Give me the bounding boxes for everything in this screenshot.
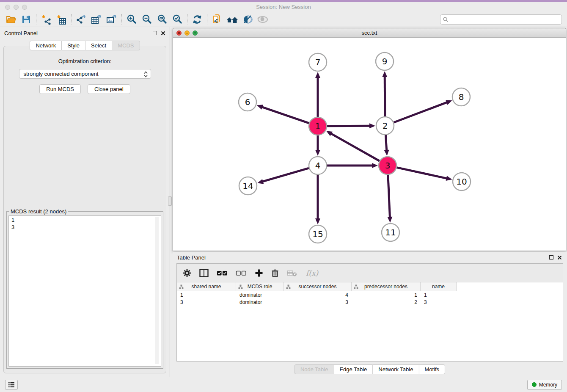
table-cell[interactable]: 1 bbox=[177, 292, 236, 298]
graph-edge-2-9[interactable] bbox=[385, 76, 385, 116]
graph-edge-4-14[interactable] bbox=[262, 168, 309, 182]
graph-edge-3-1[interactable] bbox=[330, 133, 379, 161]
graph-edge-3-11[interactable] bbox=[388, 175, 390, 218]
graph-node-label: 10 bbox=[456, 177, 467, 187]
show-panels-list-button[interactable] bbox=[5, 380, 18, 390]
tab-node-table[interactable]: Node Table bbox=[295, 364, 334, 374]
search-input[interactable] bbox=[440, 14, 562, 25]
table-row[interactable]: 1 dominator 4 1 1 bbox=[177, 291, 563, 298]
table-cell[interactable]: 4 bbox=[284, 292, 352, 298]
import-table-button[interactable] bbox=[54, 14, 69, 25]
home-layout-button[interactable] bbox=[225, 14, 240, 25]
dropdown-selected-value: strongly connected component bbox=[24, 71, 99, 77]
search-icon bbox=[443, 17, 449, 22]
network-window-titlebar[interactable]: ✕ – + scc.txt bbox=[173, 28, 566, 38]
tab-network-table[interactable]: Network Table bbox=[373, 364, 419, 374]
tab-mcds[interactable]: MCDS bbox=[112, 41, 140, 50]
tab-style[interactable]: Style bbox=[62, 41, 85, 50]
clone-network-button[interactable] bbox=[209, 14, 225, 25]
column-header-predecessor-nodes[interactable]: predecessor nodes bbox=[352, 282, 421, 291]
save-session-button[interactable] bbox=[19, 14, 34, 25]
refresh-button[interactable] bbox=[190, 14, 205, 25]
deselect-all-icon[interactable] bbox=[236, 270, 247, 276]
graph-edge-arrowhead bbox=[446, 176, 452, 181]
graph-node-label: 8 bbox=[459, 92, 464, 102]
add-column-icon[interactable] bbox=[255, 269, 263, 277]
table-row[interactable]: 3 dominator 3 2 3 bbox=[177, 298, 563, 306]
hide-graphics-button[interactable] bbox=[240, 14, 255, 25]
status-bar: Memory bbox=[0, 377, 567, 392]
memory-status-dot bbox=[532, 382, 537, 387]
close-panel-icon[interactable] bbox=[161, 31, 165, 36]
tab-edge-table[interactable]: Edge Table bbox=[334, 364, 373, 374]
graph-edge-arrowhead bbox=[382, 71, 387, 77]
eye-icon bbox=[257, 14, 269, 25]
graph-edge-1-6[interactable] bbox=[261, 107, 309, 123]
open-session-button[interactable] bbox=[3, 14, 19, 25]
memory-button[interactable]: Memory bbox=[527, 380, 562, 390]
graph-node-label: 9 bbox=[382, 56, 388, 66]
graph-node-label: 14 bbox=[242, 181, 253, 191]
zoom-out-button[interactable] bbox=[139, 14, 154, 25]
column-label: predecessor nodes bbox=[364, 284, 407, 290]
graph-edge-arrowhead bbox=[384, 150, 389, 156]
tab-motifs[interactable]: Motifs bbox=[419, 364, 445, 374]
export-network-button[interactable] bbox=[74, 14, 89, 25]
svg-text:f(x): f(x) bbox=[306, 269, 319, 277]
toolbar-separator bbox=[121, 14, 122, 25]
export-network-icon bbox=[76, 14, 87, 25]
column-header-shared-name[interactable]: shared name bbox=[177, 282, 236, 291]
export-table-button[interactable] bbox=[89, 14, 104, 25]
export-image-button[interactable] bbox=[104, 14, 119, 25]
table-cell[interactable]: dominator bbox=[236, 292, 284, 298]
column-header-name[interactable]: name bbox=[421, 282, 457, 291]
network-graph-canvas[interactable]: 7968124314101511 bbox=[173, 38, 566, 251]
graph-edge-arrowhead bbox=[315, 72, 320, 78]
tab-network[interactable]: Network bbox=[30, 41, 62, 50]
graph-edge-2-3[interactable] bbox=[385, 135, 386, 151]
run-mcds-button[interactable]: Run MCDS bbox=[39, 84, 81, 94]
zoom-in-button[interactable] bbox=[124, 14, 139, 25]
graph-node-label: 2 bbox=[383, 121, 388, 131]
table-cell[interactable]: 2 bbox=[352, 299, 421, 305]
select-all-icon[interactable] bbox=[217, 270, 228, 276]
search-field-wrap bbox=[440, 14, 562, 25]
table-cell[interactable]: 3 bbox=[284, 299, 352, 305]
hierarchy-icon bbox=[179, 284, 184, 289]
graph-edge-3-10[interactable] bbox=[396, 168, 447, 179]
table-settings-gear-icon[interactable] bbox=[183, 269, 191, 277]
zoom-selected-button[interactable] bbox=[170, 14, 185, 25]
table-cell[interactable]: 1 bbox=[352, 292, 421, 298]
table-panel-title: Table Panel bbox=[177, 254, 206, 261]
graph-node-label: 15 bbox=[312, 229, 323, 239]
node-table: shared name MCDS role successor nodes pr… bbox=[177, 282, 563, 306]
result-scrollbar[interactable] bbox=[155, 217, 159, 364]
column-header-mcds-role[interactable]: MCDS role bbox=[236, 282, 284, 291]
optimization-criterion-dropdown[interactable]: strongly connected component bbox=[19, 69, 151, 79]
zoom-fit-button[interactable] bbox=[154, 14, 170, 25]
float-table-panel-icon[interactable] bbox=[549, 255, 553, 259]
table-cell[interactable]: 3 bbox=[421, 299, 457, 305]
close-table-panel-icon[interactable] bbox=[557, 255, 562, 260]
table-cell[interactable]: dominator bbox=[236, 299, 284, 305]
export-table-icon bbox=[91, 14, 102, 25]
graph-edge-2-8[interactable] bbox=[394, 102, 448, 122]
tab-select[interactable]: Select bbox=[85, 41, 112, 50]
table-cell[interactable]: 1 bbox=[421, 292, 457, 298]
zoom-in-icon bbox=[126, 14, 137, 25]
graph-edge-1-2[interactable] bbox=[327, 126, 370, 126]
close-panel-button[interactable]: Close panel bbox=[88, 84, 130, 94]
graph-node-label: 6 bbox=[245, 97, 250, 107]
column-header-successor-nodes[interactable]: successor nodes bbox=[284, 282, 352, 291]
main-toolbar bbox=[0, 12, 567, 27]
mcds-result-title: MCDS result (2 nodes) bbox=[9, 208, 68, 215]
graph-edge-arrowhead bbox=[315, 218, 320, 224]
vertical-splitter-handle[interactable] bbox=[168, 196, 172, 206]
import-network-button[interactable] bbox=[39, 14, 54, 25]
float-panel-icon[interactable] bbox=[153, 31, 157, 35]
mcds-result-text[interactable]: 1 3 bbox=[8, 215, 161, 367]
table-cell[interactable]: 3 bbox=[177, 299, 236, 305]
column-layout-icon[interactable] bbox=[199, 269, 209, 277]
graph-edge-arrowhead bbox=[372, 163, 378, 168]
delete-column-trash-icon[interactable] bbox=[271, 269, 279, 277]
